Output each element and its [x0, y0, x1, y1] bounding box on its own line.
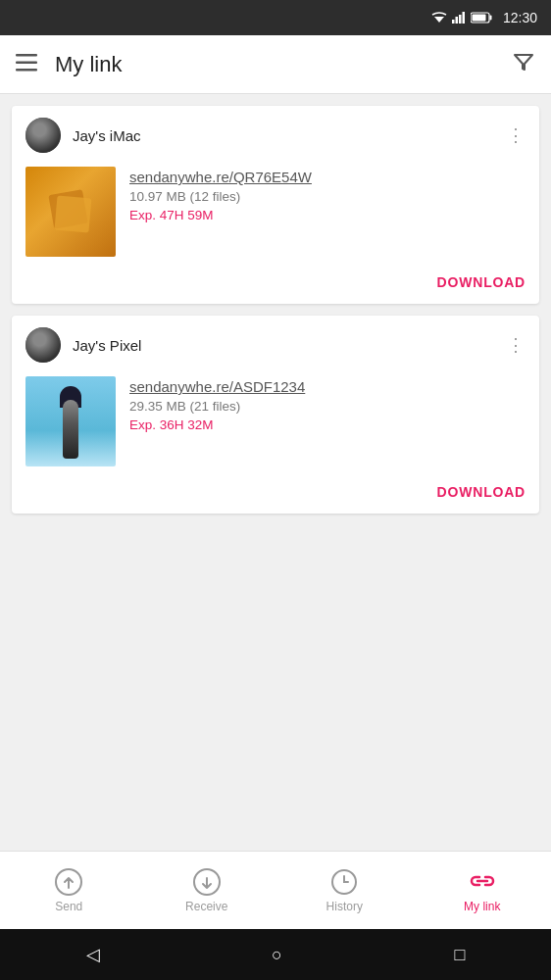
device-name: Jay's iMac	[73, 127, 507, 144]
link-icon	[469, 868, 496, 896]
nav-item-history[interactable]: History	[305, 868, 383, 913]
file-info: sendanywhe.re/ASDF1234 29.35 MB (21 file…	[129, 376, 526, 432]
nav-label-send: Send	[55, 900, 82, 913]
top-bar: My link	[0, 35, 551, 94]
svg-rect-2	[455, 17, 458, 24]
menu-icon[interactable]	[16, 54, 37, 74]
thumbnail	[25, 376, 116, 466]
battery-icon	[471, 12, 492, 24]
thumbnail	[25, 167, 116, 257]
status-bar: 12:30	[0, 0, 551, 35]
card-footer: DOWNLOAD	[12, 270, 539, 304]
file-link[interactable]: sendanywhe.re/QR76E54W	[129, 169, 526, 185]
download-button[interactable]: DOWNLOAD	[437, 274, 526, 290]
nav-label-mylink: My link	[464, 900, 500, 913]
svg-rect-6	[489, 16, 491, 21]
card-header: Jay's Pixel ⋮	[12, 316, 539, 372]
nav-item-receive[interactable]: Receive	[168, 868, 246, 913]
svg-rect-10	[16, 69, 37, 72]
file-size: 10.97 MB (12 files)	[129, 189, 526, 204]
file-expiry: Exp. 36H 32M	[129, 417, 526, 432]
svg-rect-8	[16, 54, 37, 57]
file-link[interactable]: sendanywhe.re/ASDF1234	[129, 378, 526, 395]
more-menu-icon[interactable]: ⋮	[507, 126, 526, 144]
nav-item-send[interactable]: Send	[29, 868, 108, 913]
svg-rect-4	[462, 12, 465, 24]
svg-rect-3	[459, 15, 462, 24]
wifi-icon	[431, 12, 447, 24]
home-button[interactable]: ○	[272, 945, 282, 965]
send-icon	[55, 868, 82, 896]
card-header: Jay's iMac ⋮	[12, 106, 539, 163]
nav-item-mylink[interactable]: My link	[443, 868, 522, 913]
card-footer: DOWNLOAD	[12, 480, 539, 514]
bottom-nav: Send Receive History My link	[0, 851, 551, 929]
card-item: Jay's Pixel ⋮ sendanywhe.re/ASDF1234 29.…	[12, 316, 539, 514]
recent-button[interactable]: □	[454, 945, 465, 965]
file-info: sendanywhe.re/QR76E54W 10.97 MB (12 file…	[129, 167, 526, 222]
avatar	[25, 118, 61, 153]
system-nav: ◁ ○ □	[0, 929, 551, 980]
page-title: My link	[55, 52, 512, 77]
more-menu-icon[interactable]: ⋮	[507, 336, 526, 354]
nav-label-receive: Receive	[185, 900, 227, 913]
status-time: 12:30	[503, 10, 537, 25]
card-body: sendanywhe.re/ASDF1234 29.35 MB (21 file…	[12, 372, 539, 480]
nav-label-history: History	[326, 900, 363, 913]
back-button[interactable]: ◁	[86, 944, 100, 965]
svg-rect-1	[452, 20, 455, 24]
card-body: sendanywhe.re/QR76E54W 10.97 MB (12 file…	[12, 163, 539, 270]
svg-marker-0	[434, 17, 444, 23]
receive-icon	[193, 868, 221, 896]
device-name: Jay's Pixel	[73, 337, 507, 354]
signal-icon	[452, 12, 466, 24]
file-size: 29.35 MB (21 files)	[129, 399, 526, 414]
history-icon	[330, 868, 358, 896]
file-expiry: Exp. 47H 59M	[129, 208, 526, 222]
status-icons: 12:30	[431, 10, 537, 25]
avatar	[25, 327, 61, 363]
download-button[interactable]: DOWNLOAD	[437, 484, 526, 500]
filter-icon[interactable]	[512, 50, 535, 79]
card-item: Jay's iMac ⋮ sendanywhe.re/QR76E54W 10.9…	[12, 106, 539, 304]
svg-rect-12	[54, 196, 91, 233]
svg-rect-7	[472, 15, 485, 22]
main-content: Jay's iMac ⋮ sendanywhe.re/QR76E54W 10.9…	[0, 94, 551, 851]
svg-rect-9	[16, 62, 37, 65]
